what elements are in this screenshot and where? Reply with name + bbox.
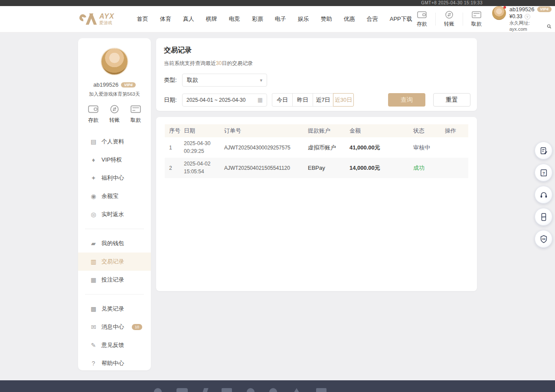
nav-item-live[interactable]: 真人 bbox=[183, 15, 194, 23]
nav-item-promotions[interactable]: 优惠 bbox=[344, 15, 355, 23]
menu-label: 意见反馈 bbox=[101, 341, 124, 349]
nav-item-entertainment[interactable]: 娱乐 bbox=[298, 15, 309, 23]
type-select[interactable]: 取款 ▾ bbox=[182, 74, 267, 87]
unread-count-badge: 10 bbox=[132, 324, 142, 330]
menu-label: 福利中心 bbox=[101, 174, 124, 182]
sidebar-item-yuebao[interactable]: ◉ 余额宝 bbox=[78, 187, 151, 205]
nav-item-lottery[interactable]: 彩票 bbox=[252, 15, 263, 23]
col-status: 状态 bbox=[413, 127, 445, 135]
customer-service-float-button[interactable] bbox=[535, 186, 552, 204]
nav-item-esports[interactable]: 电竞 bbox=[229, 15, 240, 23]
sidebar-withdraw-label: 取款 bbox=[131, 117, 141, 124]
date-quick-ranges: 今日 昨日 近7日 近30日 bbox=[272, 93, 354, 107]
nav-item-home[interactable]: 首页 bbox=[137, 15, 148, 23]
date-range-value: 2025-04-01 ~ 2025-04-30 bbox=[186, 97, 245, 103]
ayx-logo[interactable]: AYX 爱游戏 bbox=[79, 13, 114, 26]
table-row: 2 2025-04-02 15:05:54 AJWT20250402150554… bbox=[165, 158, 468, 178]
sidebar-item-feedback[interactable]: ✎ 意见反馈 bbox=[78, 336, 151, 354]
cell-datetime: 2025-04-30 00:29:25 bbox=[184, 140, 224, 155]
query-button[interactable]: 查询 bbox=[388, 93, 425, 107]
bet-record-icon: ▦ bbox=[90, 276, 97, 283]
sidebar-item-my-wallet[interactable]: ▰ 我的钱包 bbox=[78, 234, 151, 253]
user-avatar[interactable] bbox=[492, 6, 506, 20]
sidebar-deposit-label: 存款 bbox=[88, 117, 98, 124]
sidebar-item-help-center[interactable]: ? 帮助中心 bbox=[78, 354, 151, 373]
sidebar-item-realtime-rebate[interactable]: ◎ 实时返水 bbox=[78, 205, 151, 224]
sidebar-item-betting-records[interactable]: ▦ 投注记录 bbox=[78, 271, 151, 289]
gmt-time-bar: GMT+8 2025-04-30 15:19:33 bbox=[0, 0, 555, 6]
svg-text:APP: APP bbox=[542, 216, 545, 218]
menu-label: VIP特权 bbox=[101, 156, 122, 164]
faq-float-button[interactable]: ? bbox=[535, 164, 552, 181]
partner-logo bbox=[154, 388, 162, 392]
cell-date: 2025-04-30 bbox=[184, 140, 210, 146]
sidebar-item-vip-privileges[interactable]: ♦ VIP特权 bbox=[78, 151, 151, 169]
notification-dot bbox=[503, 6, 506, 9]
page-title: 交易记录 bbox=[164, 46, 469, 55]
sidebar-menu: ▤ 个人资料 ♦ VIP特权 ✦ 福利中心 ◉ 余额宝 ◎ 实时返水 ▰ 我的钱… bbox=[78, 133, 151, 373]
range-yesterday-button[interactable]: 昨日 bbox=[292, 93, 313, 107]
transfer-button[interactable]: 转账 bbox=[440, 10, 459, 28]
col-order: 订单号 bbox=[224, 127, 308, 135]
col-amount: 金额 bbox=[349, 127, 413, 135]
filters-card: 交易记录 当前系统支持查询最近30日的交易记录 类型: 取款 ▾ 日期: 202… bbox=[156, 38, 477, 111]
sidebar-transfer-label: 转账 bbox=[109, 117, 120, 124]
wallet-icon bbox=[417, 10, 427, 19]
id-card-icon: ▤ bbox=[90, 138, 97, 145]
profile-avatar[interactable] bbox=[101, 48, 128, 75]
vip-badge: VIP4 bbox=[537, 6, 552, 12]
cell-time: 15:05:54 bbox=[184, 168, 204, 175]
sidebar-item-message-center[interactable]: ✉ 消息中心 10 bbox=[78, 318, 151, 336]
cell-no: 2 bbox=[169, 165, 184, 171]
prize-icon: ▩ bbox=[90, 305, 97, 312]
wallet-icon: ▰ bbox=[90, 240, 97, 247]
sidebar-deposit-button[interactable]: 存款 bbox=[88, 104, 99, 124]
verify-float-button[interactable]: OK bbox=[535, 230, 552, 248]
cell-date: 2025-04-02 bbox=[184, 161, 210, 167]
cell-time: 00:29:25 bbox=[184, 148, 204, 154]
sidebar-item-prize-records[interactable]: ▩ 兑奖记录 bbox=[78, 300, 151, 318]
cell-datetime: 2025-04-02 15:05:54 bbox=[184, 160, 224, 175]
sidebar-item-transaction-records[interactable]: ▥ 交易记录 bbox=[78, 253, 151, 271]
partner-logo bbox=[222, 388, 232, 392]
table-header: 序号 日期 订单号 提款账户 金额 状态 操作 bbox=[165, 124, 468, 137]
withdraw-button[interactable]: 取款 bbox=[467, 10, 486, 28]
logo-subtext: 爱游戏 bbox=[99, 21, 114, 25]
sidebar-item-personal-info[interactable]: ▤ 个人资料 bbox=[78, 133, 151, 151]
transaction-record-icon: ▥ bbox=[90, 258, 97, 265]
nav-item-chess[interactable]: 棋牌 bbox=[206, 15, 217, 23]
app-phone-icon: APP bbox=[539, 212, 548, 222]
balance-toggle-icon[interactable]: ∨ bbox=[525, 14, 530, 19]
deposit-button[interactable]: 存款 bbox=[412, 10, 431, 28]
reset-button[interactable]: 重置 bbox=[433, 93, 470, 107]
moneybag-icon: ◉ bbox=[90, 193, 97, 200]
divider bbox=[435, 13, 436, 26]
feedback-float-button[interactable] bbox=[535, 142, 552, 159]
nav-item-app-download[interactable]: APP下载 bbox=[390, 15, 412, 23]
nav-item-slots[interactable]: 电子 bbox=[275, 15, 286, 23]
sidebar-quick-actions: 存款 转账 取款 bbox=[78, 97, 151, 124]
app-download-float-button[interactable]: APP bbox=[535, 208, 552, 226]
chevron-down-icon: ▾ bbox=[260, 78, 262, 83]
username[interactable]: ab199526 bbox=[509, 6, 535, 13]
ayx-logo-mark-icon bbox=[79, 13, 97, 26]
search-icon[interactable] bbox=[547, 24, 552, 29]
range-today-button[interactable]: 今日 bbox=[272, 93, 293, 107]
vip-gem-icon: ♦ bbox=[90, 156, 97, 163]
range-7days-button[interactable]: 近7日 bbox=[313, 93, 333, 107]
message-icon: ✉ bbox=[90, 324, 97, 330]
range-30days-button[interactable]: 近30日 bbox=[333, 93, 354, 107]
floating-toolbar: ? APP OK bbox=[535, 142, 552, 248]
nav-item-sponsor[interactable]: 赞助 bbox=[321, 15, 332, 23]
sidebar-withdraw-button[interactable]: 取款 bbox=[130, 104, 141, 124]
partner-logos bbox=[154, 388, 326, 392]
subtitle-text: 日的交易记录 bbox=[222, 60, 253, 66]
nav-item-sports[interactable]: 体育 bbox=[160, 15, 171, 23]
page-footer bbox=[0, 380, 555, 392]
sidebar-transfer-button[interactable]: 转账 bbox=[109, 104, 120, 124]
nav-item-affiliate[interactable]: 合营 bbox=[367, 15, 378, 23]
date-range-input[interactable]: 2025-04-01 ~ 2025-04-30 ▦ bbox=[182, 94, 267, 107]
server-time: GMT+8 2025-04-30 15:19:33 bbox=[421, 0, 483, 5]
logo-text: AYX bbox=[99, 13, 114, 20]
sidebar-item-welfare-center[interactable]: ✦ 福利中心 bbox=[78, 169, 151, 187]
